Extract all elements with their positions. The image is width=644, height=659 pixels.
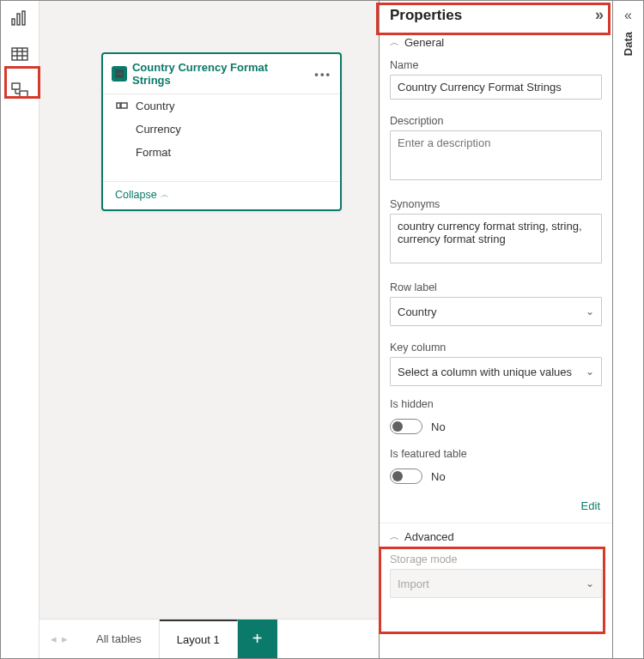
tab-all-tables[interactable]: All tables [79,620,160,658]
synonyms-input[interactable]: country currency format string, string, … [390,214,602,263]
section-label: Advanced [404,530,454,543]
chevron-up-icon: ︿ [390,530,399,543]
svg-rect-1 [17,14,20,25]
table-field-row[interactable]: Currency [103,118,340,141]
layout-tab-strip: ◂ ▸ All tables Layout 1 + [39,619,379,658]
more-options-button[interactable]: ••• [314,68,331,81]
name-input[interactable] [390,75,602,100]
svg-rect-13 [121,103,127,108]
model-view-button[interactable] [8,80,32,100]
field-label: Storage mode [390,553,602,565]
add-layout-button[interactable]: + [238,620,277,658]
svg-rect-8 [12,83,20,89]
tab-label: Layout 1 [177,633,220,646]
tab-label: All tables [96,632,142,645]
table-field-row[interactable]: Format [103,141,340,164]
advanced-section: ︿ Advanced Storage mode Import ⌄ [380,523,612,610]
key-column-select[interactable]: Select a column with unique values ⌄ [390,357,602,386]
table-card[interactable]: Country Currency Format Strings ••• Coun… [101,52,342,211]
chevron-down-icon: ⌄ [586,305,594,317]
left-view-nav [1,1,39,658]
select-value: Select a column with unique values [398,366,572,378]
chevron-down-icon: ⌄ [586,577,594,589]
properties-title: Properties [390,7,462,24]
select-value: Import [398,577,429,590]
toggle-value: No [431,420,446,433]
report-view-button[interactable] [8,8,32,28]
tab-layout-1[interactable]: Layout 1 [160,620,238,658]
is-featured-row: No [380,463,612,498]
table-field-row[interactable]: Country [103,94,340,118]
field-label: Description [390,115,602,127]
toggle-value: No [431,470,446,483]
chevron-down-icon: ⌄ [586,366,594,378]
svg-rect-12 [117,103,120,108]
data-pane-collapsed[interactable]: « Data [612,1,643,658]
row-label-select[interactable]: Country ⌄ [390,297,602,326]
plus-icon: + [252,629,263,649]
key-column-field: Key column Select a column with unique v… [380,338,612,398]
chevron-up-icon: ︿ [390,36,399,49]
chevron-up-icon: ︿ [161,189,169,201]
storage-mode-select: Import ⌄ [390,569,602,598]
advanced-section-toggle[interactable]: ︿ Advanced [380,523,612,550]
collapse-label: Collapse [115,189,157,201]
field-label: Is featured table [380,448,612,460]
key-column-icon [115,101,129,112]
is-hidden-row: No [380,414,612,448]
collapse-button[interactable]: Collapse ︿ [103,181,340,209]
storage-mode-field: Storage mode Import ⌄ [380,550,612,610]
svg-rect-9 [20,91,27,97]
tab-scroll-arrows[interactable]: ◂ ▸ [39,620,79,658]
field-label: Country [136,100,175,112]
table-icon [112,66,127,82]
table-view-button[interactable] [8,44,32,64]
synonyms-field: Synonyms country currency format string,… [380,195,612,278]
field-label: Name [390,59,602,71]
field-label: Synonyms [390,198,602,210]
properties-pane: Properties » ︿ General Name Description … [379,1,612,658]
expand-data-pane-button[interactable]: « [624,8,632,23]
select-value: Country [398,305,437,318]
data-pane-label: Data [622,32,635,56]
section-label: General [404,36,444,49]
general-section-toggle[interactable]: ︿ General [380,29,612,56]
expand-pane-button[interactable]: » [595,6,604,24]
properties-header: Properties » [380,1,612,29]
row-label-field: Row label Country ⌄ [380,278,612,338]
field-label: Format [136,146,171,159]
model-canvas[interactable]: Country Currency Format Strings ••• Coun… [39,1,379,658]
name-field: Name [380,56,612,112]
chevron-left-icon: ◂ [51,632,57,645]
field-label: Currency [136,123,181,136]
chevron-right-icon: ▸ [62,632,68,645]
edit-link[interactable]: Edit [380,498,612,523]
svg-rect-2 [22,11,25,25]
description-input[interactable] [390,130,602,180]
field-label: Row label [390,281,602,293]
description-field: Description [380,112,612,195]
field-label: Key column [390,342,602,354]
field-label: Is hidden [380,398,612,410]
svg-rect-0 [12,19,15,25]
svg-rect-3 [12,48,27,60]
table-card-title: Country Currency Format Strings [132,61,309,87]
table-card-header[interactable]: Country Currency Format Strings ••• [103,54,340,94]
is-featured-toggle[interactable] [390,469,422,484]
is-hidden-toggle[interactable] [390,419,422,434]
